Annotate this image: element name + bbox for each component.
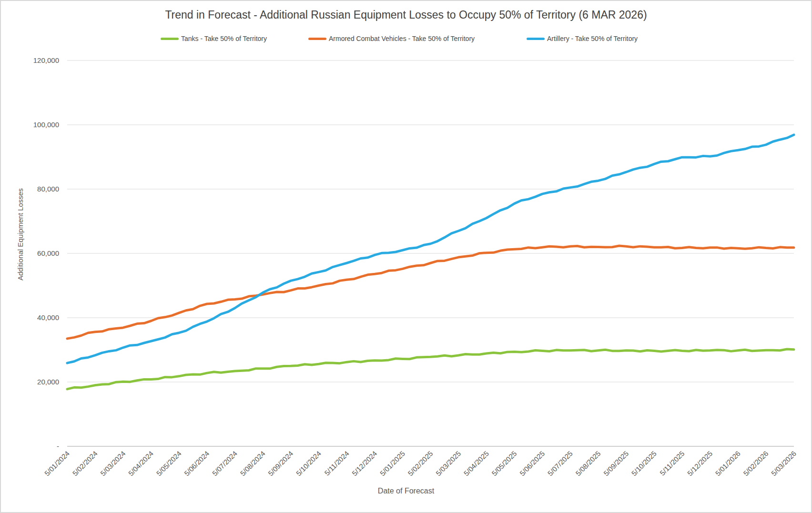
y-tick-label: 120,000	[33, 56, 59, 64]
x-tick-label: 5/12/2024	[350, 449, 378, 477]
x-tick-label: 5/01/2024	[43, 449, 71, 477]
x-tick-label: 5/06/2025	[518, 449, 546, 477]
plot-area: 120,000100,00080,00060,00040,00020,000-5…	[1, 1, 812, 513]
chart-frame: Trend in Forecast - Additional Russian E…	[0, 0, 812, 513]
x-tick-label: 5/11/2024	[323, 449, 350, 477]
y-tick-label: 60,000	[37, 249, 59, 257]
x-tick-label: 5/07/2024	[211, 449, 239, 477]
x-tick-label: 5/03/2025	[434, 449, 462, 477]
x-tick-label: 5/10/2025	[630, 449, 658, 477]
y-tick-label: 40,000	[37, 313, 59, 322]
x-tick-label: 5/05/2025	[490, 449, 518, 477]
x-tick-label: 5/06/2024	[183, 449, 211, 477]
y-tick-label: -	[57, 442, 59, 450]
x-tick-label: 5/07/2025	[546, 449, 574, 477]
series-line-tanks	[67, 349, 794, 389]
series-line-armored	[67, 246, 794, 339]
x-tick-label: 5/04/2025	[462, 449, 490, 477]
x-tick-label: 5/09/2024	[266, 449, 294, 477]
x-axis-title: Date of Forecast	[1, 487, 811, 495]
x-tick-label: 5/02/2024	[71, 449, 99, 477]
x-tick-label: 5/03/2024	[99, 449, 127, 477]
x-tick-label: 5/11/2025	[658, 449, 686, 477]
x-tick-label: 5/08/2024	[238, 449, 266, 477]
y-tick-label: 20,000	[37, 378, 59, 386]
x-tick-label: 5/04/2024	[127, 449, 155, 477]
x-tick-label: 5/01/2025	[378, 449, 406, 477]
x-tick-label: 5/12/2025	[686, 449, 714, 477]
y-tick-label: 100,000	[33, 121, 59, 129]
x-tick-label: 5/08/2025	[574, 449, 602, 477]
y-tick-label: 80,000	[37, 185, 59, 193]
x-tick-label: 5/02/2025	[406, 449, 434, 477]
x-tick-label: 5/03/2026	[770, 449, 798, 477]
series-line-artillery	[67, 135, 794, 363]
x-tick-label: 5/10/2024	[294, 449, 323, 477]
x-tick-label: 5/02/2026	[741, 449, 770, 477]
x-tick-label: 5/09/2025	[602, 449, 630, 477]
x-tick-label: 5/05/2024	[155, 449, 183, 477]
y-axis-title: Additional Equipment Losses	[16, 188, 24, 280]
x-tick-label: 5/01/2026	[714, 449, 742, 477]
